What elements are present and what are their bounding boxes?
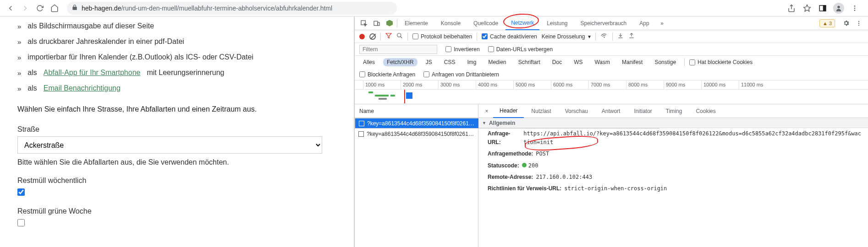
warnings-badge[interactable]: ▲3 (819, 19, 835, 27)
clear-button[interactable] (369, 33, 376, 40)
list-item: als Abfall-App für Ihr Smartphone mit Le… (17, 65, 354, 81)
type-js[interactable]: JS (422, 58, 436, 66)
export-har-icon[interactable] (628, 32, 635, 40)
tab-sources[interactable]: Quellcode (468, 16, 504, 30)
tab-console[interactable]: Konsole (435, 16, 466, 30)
request-url-row: Anfrage-URL: https://api.abfall.io/?key=… (478, 128, 868, 148)
doc-icon (358, 131, 364, 137)
address-bar[interactable]: heb-hagen.de/rund-um-den-muell/muellabfu… (67, 2, 397, 15)
svg-point-11 (858, 21, 859, 21)
doc-icon (359, 121, 364, 126)
blocked-requests-checkbox[interactable]: Blockierte Anfragen (359, 71, 415, 78)
svg-point-6 (854, 7, 856, 9)
detail-tab-initiator[interactable]: Initiator (627, 104, 658, 118)
tab-performance[interactable]: Leistung (541, 16, 573, 30)
list-item: importierbar für Ihren Kalender (z.B.Out… (17, 49, 354, 65)
type-all[interactable]: Alles (359, 58, 379, 66)
more-tabs-icon[interactable]: » (657, 18, 668, 29)
column-header-name[interactable]: Name (355, 104, 478, 118)
url-text: heb-hagen.de/rund-um-den-muell/muellabfu… (82, 5, 332, 12)
type-font[interactable]: Schriftart (515, 58, 544, 66)
list-item: als druckbarer Jahreskalender in einer p… (17, 34, 354, 49)
restmuell-weekly-checkbox[interactable] (17, 188, 25, 196)
restmuell-weekly-label: Restmüll wöchentlich (17, 177, 354, 185)
request-method-row: Anfragemethode: POST (478, 148, 868, 160)
blocked-cookies-checkbox[interactable]: Hat blockierte Cookies (689, 59, 753, 65)
remote-address-row: Remote-Adresse: 217.160.0.102:443 (478, 172, 868, 183)
type-ws[interactable]: WS (570, 58, 586, 66)
type-wasm[interactable]: Wasm (591, 58, 614, 66)
third-party-checkbox[interactable]: Anfragen von Drittanbietern (423, 71, 499, 78)
reload-button[interactable] (34, 2, 46, 14)
app-link[interactable]: Abfall-App für Ihr Smartphone (44, 69, 141, 77)
close-details-button[interactable]: × (481, 108, 492, 114)
detail-tab-payload[interactable]: Nutzlast (525, 104, 557, 118)
detail-tab-timing[interactable]: Timing (659, 104, 689, 118)
detail-tab-preview[interactable]: Vorschau (559, 104, 594, 118)
inspect-icon[interactable] (358, 18, 369, 29)
svg-rect-10 (378, 22, 379, 26)
record-button[interactable] (359, 34, 365, 39)
email-link[interactable]: Email Benachrichtigung (44, 84, 121, 92)
hide-data-urls-checkbox[interactable]: Daten-URLs verbergen (488, 46, 553, 53)
list-item: als Bildschirmausgabe auf dieser Seite (17, 18, 354, 34)
lead-text: Wählen Sie einfach Ihre Strasse, Ihre Ab… (17, 105, 354, 113)
street-select[interactable]: Ackerstraße (17, 136, 322, 154)
svg-rect-3 (824, 5, 826, 11)
lock-icon (71, 4, 78, 12)
svg-point-17 (604, 37, 604, 38)
type-img[interactable]: Img (463, 58, 480, 66)
profile-avatar[interactable] (833, 3, 844, 14)
svg-point-4 (837, 5, 840, 8)
street-label: Straße (17, 125, 354, 134)
request-row[interactable]: ?key=a8613544c4d68f359084150f8f0261… (355, 129, 478, 139)
device-toggle-icon[interactable] (371, 18, 382, 29)
invert-checkbox[interactable]: Invertieren (445, 46, 480, 53)
type-fetch-xhr[interactable]: Fetch/XHR (383, 58, 418, 66)
type-media[interactable]: Medien (484, 58, 510, 66)
svg-marker-1 (804, 5, 811, 11)
back-button[interactable] (5, 2, 16, 14)
svg-point-7 (854, 10, 856, 11)
tab-network[interactable]: Netzwerk (505, 16, 539, 30)
share-icon[interactable] (786, 3, 797, 13)
detail-tab-response[interactable]: Antwort (595, 104, 627, 118)
disable-cache-checkbox[interactable]: Cache deaktivieren (482, 33, 537, 40)
detail-tab-cookies[interactable]: Cookies (689, 104, 722, 118)
svg-point-12 (858, 22, 859, 23)
home-button[interactable] (49, 2, 60, 14)
svg-rect-9 (374, 21, 378, 25)
menu-icon[interactable] (850, 3, 860, 13)
type-css[interactable]: CSS (440, 58, 459, 66)
forward-button[interactable] (19, 2, 31, 14)
restmuell-green-checkbox[interactable] (17, 219, 25, 226)
throttling-select[interactable]: Keine Drosselung ▾ (542, 33, 591, 40)
type-other[interactable]: Sonstige (651, 58, 680, 66)
referrer-policy-row: Richtlinien für Verweis-URL: strict-orig… (478, 183, 868, 194)
network-conditions-icon[interactable] (599, 32, 609, 41)
devtools-menu-icon[interactable] (853, 18, 864, 29)
preserve-log-checkbox[interactable]: Protokoll beibehalten (412, 33, 472, 40)
filter-input[interactable] (359, 45, 437, 54)
hint-text: Bitte wählen Sie die Abfallarten aus, di… (17, 158, 354, 166)
tab-memory[interactable]: Speicherverbrauch (575, 16, 632, 30)
detail-tab-headers[interactable]: Header (493, 104, 524, 118)
tab-app[interactable]: App (634, 16, 654, 30)
section-general[interactable]: Allgemein (478, 118, 868, 128)
type-manifest[interactable]: Manifest (618, 58, 646, 66)
list-item: als Email Benachrichtigung (17, 81, 354, 96)
tab-elements[interactable]: Elemente (399, 16, 434, 30)
network-timeline[interactable]: 1000 ms 2000 ms 3000 ms 4000 ms 5000 ms … (355, 81, 868, 104)
side-panel-icon[interactable] (818, 3, 828, 13)
restmuell-green-label: Restmüll grüne Woche (17, 207, 354, 215)
filter-toggle-icon[interactable] (385, 32, 392, 40)
svg-point-15 (397, 33, 401, 37)
type-doc[interactable]: Doc (549, 58, 566, 66)
search-icon[interactable] (396, 32, 403, 40)
devtools-settings-icon[interactable] (841, 18, 852, 29)
vue-devtools-icon[interactable] (384, 18, 395, 29)
bookmark-star-icon[interactable] (802, 3, 812, 13)
svg-marker-14 (386, 33, 391, 38)
import-har-icon[interactable] (617, 32, 624, 40)
svg-point-5 (854, 5, 856, 7)
